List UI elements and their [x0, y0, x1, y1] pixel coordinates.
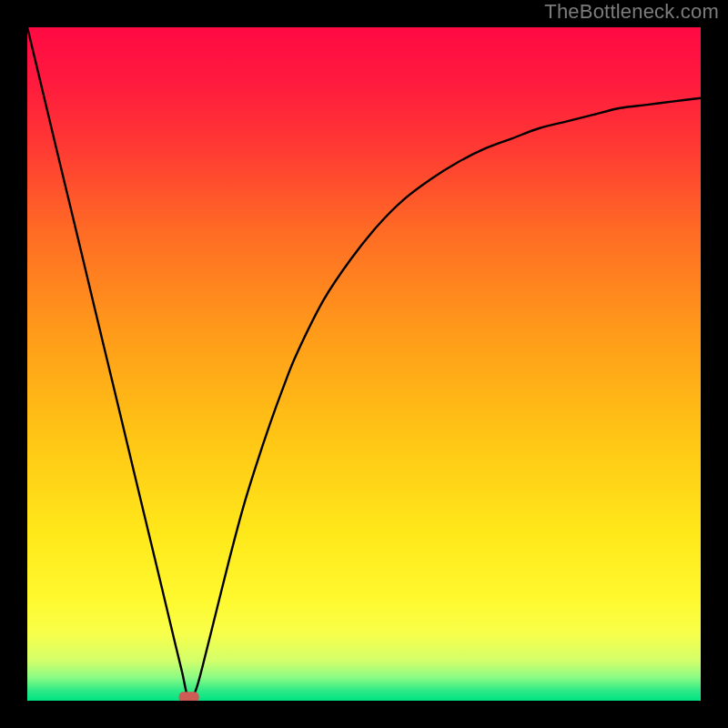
plot-area	[27, 27, 701, 701]
min-marker	[179, 692, 199, 701]
chart-frame: TheBottleneck.com	[0, 0, 728, 728]
gradient-background	[27, 27, 701, 701]
watermark-label: TheBottleneck.com	[544, 0, 719, 24]
chart-svg	[27, 27, 701, 701]
